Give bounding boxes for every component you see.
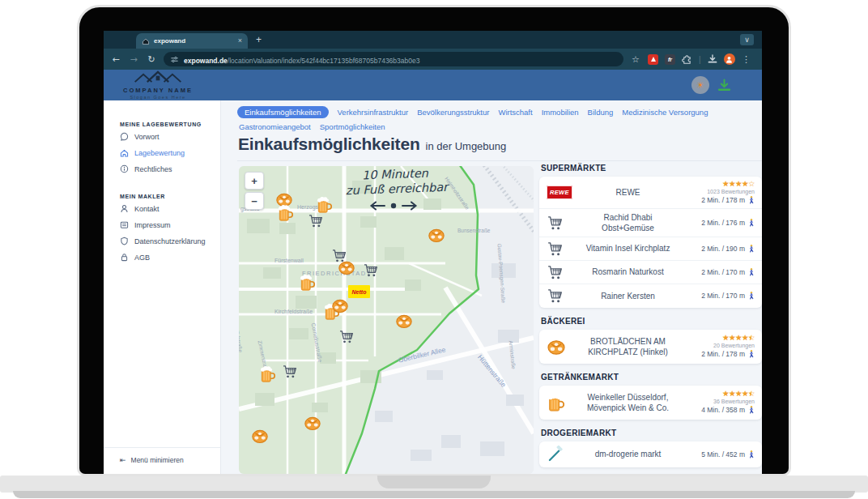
tab-einkaufsmoeglichkeiten[interactable]: Einkaufsmöglichkeiten [237, 106, 329, 118]
star-rating: ☆☆☆☆☆★★★★★ [722, 334, 755, 342]
tab-immobilien[interactable]: Immobilien [542, 108, 579, 117]
places-panel: SUPERMÄRKTE REWE REWE ☆☆☆☆☆★★★★★ 1023 Be… [539, 164, 762, 474]
distance: 2 Min. / 170 m [701, 291, 755, 301]
distance: 2 Min. / 176 m [701, 218, 755, 228]
bookmark-star-icon[interactable]: ☆ [630, 54, 641, 65]
sidebar-section-title: MEINE LAGEBEWERTUNG [120, 122, 220, 127]
map-marker-supermarket-cart-icon[interactable] [282, 364, 297, 379]
distance: 2 Min. / 178 m [701, 349, 755, 359]
distance: 2 Min. / 190 m [701, 244, 755, 254]
distance: 4 Min. / 358 m [701, 405, 755, 415]
tab-bevoelkerungsstruktur[interactable]: Bevölkerungsstruktur [417, 108, 489, 117]
device-mockup: expowand × + ∨ ← → ↻ expowand.de/locatio… [0, 0, 868, 499]
address-bar[interactable]: expowand.de/locationValuation/index/542f… [164, 52, 623, 66]
map-marker-supermarket-cart-icon[interactable] [338, 329, 354, 344]
tab-wirtschaft[interactable]: Wirtschaft [498, 108, 532, 117]
sidebar-item-rechtliches[interactable]: Rechtliches [120, 164, 220, 173]
place-row[interactable]: dm-drogerie markt 5 Min. / 452 m [539, 441, 762, 467]
lock-icon [120, 253, 129, 262]
map-marker-drinks-beer-icon[interactable] [316, 195, 332, 215]
map-marker-supermarket-cart-icon[interactable] [308, 213, 323, 228]
forward-button[interactable]: → [125, 54, 143, 65]
laptop-bottom-edge [13, 491, 855, 498]
laptop-notch [377, 476, 491, 488]
shopping-cart-icon [547, 264, 563, 280]
zoom-out-button[interactable]: − [245, 192, 264, 210]
map[interactable]: + − 10 Minuten zu Fuß erreichbar [239, 166, 534, 474]
place-row[interactable]: Rosmarin Naturkost 2 Min. / 170 m [539, 261, 762, 284]
minimize-menu-button[interactable]: ⇤ Menü minimieren [120, 456, 220, 464]
map-marker-bakery-pretzel-icon[interactable] [395, 312, 413, 330]
review-count: 20 Bewertungen [713, 343, 755, 348]
new-tab-button[interactable]: + [256, 34, 262, 45]
company-logo[interactable]: COMPANY NAME Slogan Goes Here [113, 70, 202, 100]
distance: 2 Min. / 170 m [701, 267, 755, 277]
tab-verkehrsinfrastruktur[interactable]: Verkehrsinfrastruktur [338, 108, 409, 117]
place-name: Vitamin Insel Kirchplatz [576, 243, 680, 254]
place-row[interactable]: Vitamin Insel Kirchplatz 2 Min. / 190 m [539, 237, 762, 261]
map-marker-bakery-pretzel-icon[interactable] [331, 296, 349, 314]
map-marker-drinks-beer-icon[interactable] [259, 365, 275, 384]
walking-person-icon [748, 267, 755, 277]
map-marker-drinks-beer-icon[interactable] [299, 273, 315, 292]
zoom-in-button[interactable]: + [245, 172, 264, 190]
pdf-extension-icon[interactable] [648, 54, 658, 65]
shield-icon [120, 237, 129, 245]
sidebar: MEINE LAGEBEWERTUNG Vorwort Lagebewertun… [104, 100, 221, 474]
map-marker-supermarket-cart-icon[interactable] [363, 262, 378, 278]
tab-medizinische-versorgung[interactable]: Medizinische Versorgung [622, 108, 708, 117]
profile-avatar[interactable] [724, 53, 735, 65]
sidebar-item-lagebewertung[interactable]: Lagebewertung [120, 148, 220, 157]
sidebar-item-agb[interactable]: AGB [120, 253, 220, 262]
fr-extension-icon[interactable]: fr [665, 54, 675, 65]
tab-bildung[interactable]: Bildung [588, 108, 614, 117]
place-row[interactable]: REWE REWE ☆☆☆☆☆★★★★★ 1023 Bewertungen 2 … [539, 177, 762, 209]
place-name: Rainer Kersten [576, 291, 680, 301]
place-row[interactable]: BROTLÄDCHEN AM KIRCHPLATZ (Hinkel) ☆☆☆☆☆… [539, 330, 762, 364]
downloads-icon[interactable] [708, 54, 717, 64]
url-path: /locationValuation/index/542f44bc17135bf… [228, 57, 420, 65]
place-row[interactable]: Rachid Dhabi Obst+Gemüse 2 Min. / 176 m [539, 209, 762, 237]
rewe-logo: REWE [547, 186, 572, 199]
shopping-cart-icon [547, 288, 563, 304]
sidebar-item-kontakt[interactable]: Kontakt [120, 204, 220, 213]
browser-tab[interactable]: expowand × [136, 33, 248, 49]
browser-menu-icon[interactable]: ⋮ [742, 54, 751, 65]
map-marker-netto-logo[interactable]: Netto [348, 285, 370, 298]
map-marker-bakery-pretzel-icon[interactable] [428, 226, 445, 244]
walking-person-icon [748, 244, 755, 254]
category-tabs-row1: Einkaufsmöglichkeiten Verkehrsinfrastruk… [237, 106, 708, 118]
place-name: Rachid Dhabi Obst+Gemüse [576, 212, 680, 233]
sidebar-item-impressum[interactable]: Impressum [120, 220, 220, 229]
tab-search-button[interactable]: ∨ [740, 34, 754, 45]
tab-close-icon[interactable]: × [238, 37, 242, 45]
map-marker-bakery-pretzel-icon[interactable] [304, 414, 321, 432]
street-label: Fürstenwall [274, 258, 304, 263]
map-marker-drinks-beer-icon[interactable] [277, 203, 293, 223]
walking-person-icon [748, 291, 755, 301]
pretzel-icon [547, 337, 566, 356]
reload-button[interactable]: ↻ [143, 54, 160, 65]
map-marker-bakery-pretzel-icon[interactable] [251, 427, 269, 445]
extensions-puzzle-icon[interactable] [682, 54, 692, 65]
sidebar-item-datenschutz[interactable]: Datenschutzerklärung [120, 237, 220, 245]
site-favicon-house-icon [142, 37, 150, 45]
browser-toolbar: ← → ↻ expowand.de/locationValuation/inde… [104, 49, 762, 70]
tab-gastronomieangebot[interactable]: Gastronomieangebot [239, 122, 311, 131]
category-title: SUPERMÄRKTE [541, 164, 762, 173]
places-card: dm-drogerie markt 5 Min. / 452 m [539, 441, 762, 467]
company-slogan: Slogan Goes Here [113, 95, 202, 100]
sidebar-item-vorwort[interactable]: Vorwort [120, 132, 220, 141]
map-marker-bakery-pretzel-icon[interactable] [338, 258, 355, 276]
place-row[interactable]: Weinkeller Düsseldorf, Mövenpick Wein & … [539, 386, 762, 420]
site-settings-icon [170, 55, 179, 64]
places-card: Weinkeller Düsseldorf, Mövenpick Wein & … [539, 386, 762, 420]
place-row[interactable]: Rainer Kersten 2 Min. / 170 m [539, 284, 762, 308]
tab-sportmoeglichkeiten[interactable]: Sportmöglichkeiten [320, 122, 385, 131]
download-report-button[interactable] [717, 79, 731, 92]
chat-bubble-icon [120, 132, 129, 141]
user-avatar[interactable]: ☀ [691, 76, 709, 94]
back-button[interactable]: ← [107, 54, 125, 65]
tab-title: expowand [154, 37, 234, 45]
street-label: Kirchfeldstraße [274, 309, 313, 314]
